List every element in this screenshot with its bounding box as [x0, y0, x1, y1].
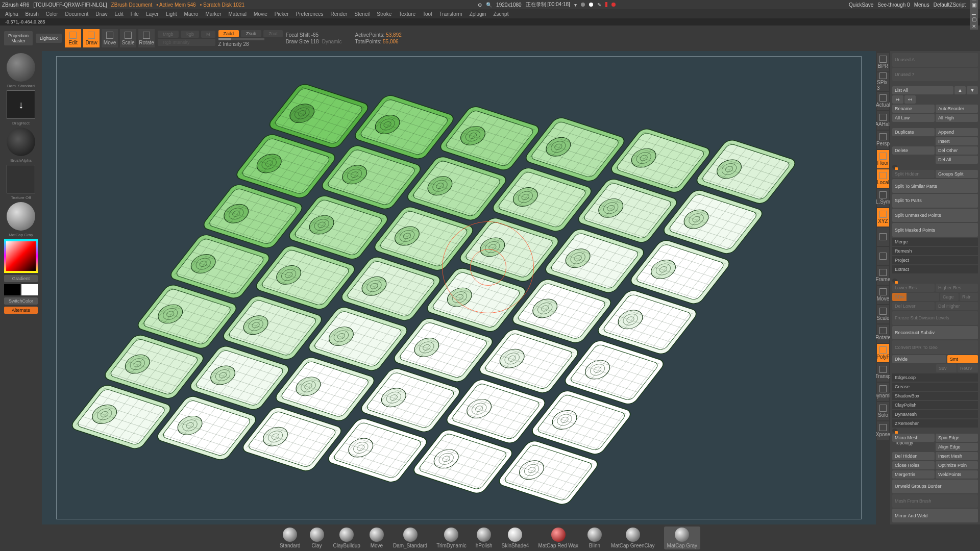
rotate-mode[interactable]: Rotate: [138, 29, 155, 47]
material-matcap-gray[interactable]: MatCap Gray: [664, 527, 700, 549]
draw-mode[interactable]: Draw: [83, 29, 100, 47]
menu-texture[interactable]: Texture: [396, 11, 419, 17]
autoreorder-button[interactable]: AutoReorder: [936, 105, 978, 113]
subtool-slot[interactable]: Unused A: [892, 53, 978, 67]
minimize-icon[interactable]: ▁: [970, 8, 978, 15]
shelf-bpr[interactable]: BPR: [877, 53, 889, 71]
menu-preferences[interactable]: Preferences: [293, 11, 327, 17]
edgeloop-header[interactable]: EdgeLoop: [892, 373, 978, 382]
shelf-scale[interactable]: Scale: [877, 305, 889, 323]
pencil-icon[interactable]: ✎: [597, 2, 601, 8]
menu-zplugin[interactable]: Zplugin: [467, 11, 489, 17]
align-edge-button[interactable]: Align Edge: [936, 443, 978, 451]
shelf-local[interactable]: Local: [877, 169, 889, 188]
mirror-weld-button[interactable]: Mirror And Weld: [892, 509, 978, 522]
shelf-l.sym[interactable]: L.Sym: [877, 189, 889, 207]
gradient-button[interactable]: Gradient: [4, 275, 38, 282]
shelf-frame[interactable]: Frame: [877, 266, 889, 285]
scale-mode[interactable]: Scale: [120, 29, 136, 47]
divide-button[interactable]: Divide: [892, 355, 946, 363]
move-mode[interactable]: Move: [102, 29, 118, 47]
projection-master-button[interactable]: Projection Master: [4, 31, 33, 45]
remesh-header[interactable]: Remesh: [892, 247, 978, 255]
quicksave-button[interactable]: QuickSave: [849, 2, 873, 8]
split-unmasked-button[interactable]: Split Unmasked Points: [892, 209, 978, 222]
split-header[interactable]: Split: [892, 165, 897, 169]
menu-material[interactable]: Material: [226, 11, 250, 17]
merge-tris-button[interactable]: MergeTris: [892, 470, 935, 479]
shelf-polyf[interactable]: PolyF: [877, 344, 889, 362]
material-clay[interactable]: Clay: [310, 528, 324, 548]
shelf-rotate[interactable]: Rotate: [877, 324, 889, 343]
default-zscript[interactable]: DefaultZScript: [934, 2, 966, 8]
shelf-spix 3[interactable]: SPix 3: [877, 72, 889, 91]
claypolish-header[interactable]: ClayPolish: [892, 401, 978, 409]
rgb-toggle[interactable]: Rgb: [181, 31, 200, 38]
menu-macro[interactable]: Macro: [181, 11, 202, 17]
focal-shift[interactable]: Focal Shift -65: [286, 32, 342, 38]
shelf-persp[interactable]: Persp: [877, 131, 889, 149]
insert-mesh-button[interactable]: Insert Mesh: [936, 452, 978, 460]
del-hidden-button[interactable]: Del Hidden: [892, 452, 935, 460]
shelf-floor[interactable]: Floor: [877, 150, 889, 168]
split-masked-button[interactable]: Split Masked Points: [892, 223, 978, 237]
menu-tool[interactable]: Tool: [420, 11, 435, 17]
delete-button[interactable]: Delete: [892, 146, 935, 155]
color-picker[interactable]: [4, 239, 38, 273]
modify-topology-header[interactable]: Modify Topology: [892, 429, 897, 433]
menu-layer[interactable]: Layer: [143, 11, 162, 17]
menu-edit[interactable]: Edit: [112, 11, 127, 17]
material-hpolish[interactable]: hPolish: [476, 528, 493, 548]
draw-size[interactable]: Draw Size 118: [286, 39, 319, 44]
material-trimdynamic[interactable]: TrimDynamic: [436, 528, 467, 548]
menus-button[interactable]: Menus: [914, 2, 929, 8]
zremesher-header[interactable]: ZRemesher: [892, 419, 978, 428]
zcut-toggle[interactable]: Zcut: [263, 30, 283, 37]
insert-button[interactable]: Insert: [936, 137, 978, 145]
del-other-button[interactable]: Del Other: [936, 146, 978, 155]
rename-button[interactable]: Rename: [892, 105, 935, 113]
smt-toggle[interactable]: Smt: [947, 355, 978, 363]
shelf-transp[interactable]: Transp: [877, 363, 889, 382]
shelf-move[interactable]: Move: [877, 286, 889, 304]
zoom-in-icon[interactable]: 🔍: [486, 2, 492, 8]
shelf-item[interactable]: [877, 247, 889, 265]
material-skinshade4[interactable]: SkinShade4: [502, 528, 529, 548]
extract-header[interactable]: Extract: [892, 265, 978, 273]
weld-points-button[interactable]: WeldPoints: [936, 470, 978, 479]
crease-header[interactable]: Crease: [892, 383, 978, 391]
zadd-toggle[interactable]: Zadd: [218, 30, 239, 37]
rgb-intensity[interactable]: Rgb Intensity: [158, 39, 215, 46]
pause-icon[interactable]: [605, 2, 607, 7]
shelf-item[interactable]: [877, 228, 889, 246]
arrow-up-icon[interactable]: ▲: [954, 86, 966, 94]
material-claybuildup[interactable]: ClayBuildup: [333, 528, 360, 548]
spin-edge-button[interactable]: Spin Edge: [936, 434, 978, 442]
alternate-button[interactable]: Alternate: [4, 307, 38, 314]
mrgb-toggle[interactable]: Mrgb: [158, 31, 179, 38]
dynamesh-header[interactable]: DynaMesh: [892, 410, 978, 418]
groups-split-button[interactable]: Groups Split: [936, 170, 978, 178]
brush-thumb[interactable]: [7, 53, 35, 82]
shelf-actual[interactable]: Actual: [877, 92, 889, 110]
split-parts-button[interactable]: Split To Parts: [892, 194, 978, 208]
list-all-button[interactable]: List All: [892, 86, 953, 94]
alpha-thumb[interactable]: [7, 128, 35, 156]
menu-color[interactable]: Color: [43, 11, 61, 17]
menu-brush[interactable]: Brush: [22, 11, 42, 17]
geometry-header[interactable]: Geometry: [892, 279, 897, 283]
optimize-button[interactable]: Optimize Poin: [936, 461, 978, 469]
material-dam_standard[interactable]: Dam_Standard: [393, 528, 427, 548]
shadowbox-header[interactable]: ShadowBox: [892, 392, 978, 400]
shelf-dynamic[interactable]: Dynamic: [877, 383, 889, 401]
split-similar-button[interactable]: Split To Similar Parts: [892, 179, 978, 193]
material-thumb[interactable]: [7, 202, 35, 231]
dot-icon[interactable]: [589, 3, 593, 7]
merge-header[interactable]: Merge: [892, 238, 978, 246]
material-move[interactable]: Move: [370, 528, 384, 548]
all-high-button[interactable]: All High: [936, 114, 978, 122]
m-toggle[interactable]: M: [201, 31, 215, 38]
unweld-border-button[interactable]: Unweld Groups Border: [892, 480, 978, 493]
zsub-toggle[interactable]: Zsub: [241, 30, 261, 37]
layout4-icon[interactable]: ▣: [970, 1, 978, 8]
